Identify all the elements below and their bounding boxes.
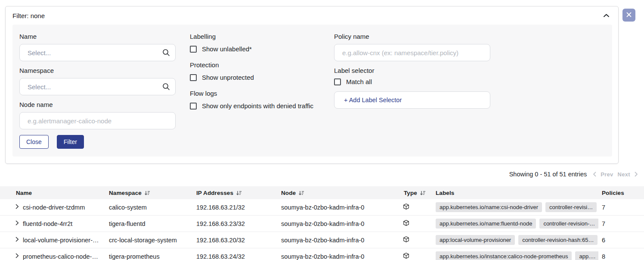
close-button[interactable]: Close <box>19 135 49 149</box>
filter-card: Filter: none Name Namespace <box>5 6 619 164</box>
name-field-label: Name <box>19 33 176 40</box>
name-select-input[interactable] <box>19 44 176 61</box>
table-row[interactable]: fluentd-node-4rr2t tigera-fluentd 192.16… <box>0 216 644 232</box>
label-tag: app.kubernetes.io/name:fluentd-node <box>436 219 536 229</box>
pod-type-icon <box>403 236 409 244</box>
endpoint-ip: 192.168.63.20/32 <box>193 237 278 244</box>
column-header-namespace[interactable]: Namespace <box>105 190 193 196</box>
pod-type-icon <box>403 252 409 260</box>
protection-section-label: Protection <box>190 61 332 69</box>
show-unlabelled-label: Show unlabelled* <box>202 45 252 53</box>
sort-icon <box>236 190 242 196</box>
show-unprotected-option: Show unprotected <box>190 74 332 81</box>
endpoint-namespace: tigera-fluentd <box>105 220 193 227</box>
flow-logs-section-label: Flow logs <box>190 90 332 97</box>
table-meta-row: Showing 0 - 51 of 51 entries Prev Next <box>0 171 638 178</box>
endpoint-policies-count: 7 <box>598 220 644 227</box>
column-header-policies: Policies <box>598 190 644 196</box>
endpoint-policies-count: 7 <box>598 204 644 211</box>
endpoint-name: fluentd-node-4rr2t <box>23 220 72 227</box>
label-tag: app:local-volume-provisioner <box>436 235 515 245</box>
column-header-name[interactable]: Name <box>0 190 105 196</box>
show-unprotected-checkbox[interactable] <box>190 74 197 81</box>
prev-page-arrow-icon[interactable] <box>593 172 596 177</box>
endpoint-ip: 192.168.63.23/32 <box>193 220 278 227</box>
expand-row-button[interactable] <box>15 220 19 227</box>
label-tag: controller-revisi… <box>545 202 597 212</box>
column-header-type[interactable]: Type <box>400 190 432 196</box>
column-header-node[interactable]: Node <box>278 190 400 196</box>
show-unprotected-label: Show unprotected <box>202 74 254 81</box>
sort-icon <box>420 190 426 196</box>
column-header-ip-addresses[interactable]: IP Addresses <box>193 190 278 196</box>
endpoint-policies-count: 6 <box>598 237 644 244</box>
label-tag: controller-revision-… <box>539 219 598 229</box>
show-unlabelled-checkbox[interactable] <box>190 46 197 53</box>
endpoint-node: soumya-bz-0zbo-kadm-infra-0 <box>278 237 400 244</box>
chevron-right-icon <box>15 204 19 210</box>
filter-title: Filter: none <box>12 12 45 19</box>
filter-card-header: Filter: none <box>6 6 618 25</box>
entries-summary: Showing 0 - 51 of 51 entries <box>509 171 587 178</box>
endpoint-ip: 192.168.63.21/32 <box>193 204 278 211</box>
labelling-section-label: Labelling <box>190 33 332 40</box>
label-tag: app.kubernetes.io/name:csi-node-driver <box>436 202 542 212</box>
table-header-row: Name Namespace IP Addresses Node Type La… <box>0 186 644 199</box>
node-field-label: Node name <box>19 101 176 108</box>
endpoint-namespace: crc-local-storage-system <box>105 237 193 244</box>
add-label-selector-button[interactable]: + Add Label Selector <box>334 91 490 109</box>
denied-traffic-label: Show only endpoints with denied traffic <box>202 102 313 110</box>
column-header-labels: Labels <box>432 190 598 196</box>
endpoint-name: csi-node-driver-tzdmm <box>23 204 85 211</box>
endpoint-ip: 192.168.63.24/32 <box>193 253 278 260</box>
label-tag: app.… <box>575 251 598 260</box>
denied-traffic-option: Show only endpoints with denied traffic <box>190 102 332 110</box>
next-page-button[interactable]: Next <box>618 171 630 178</box>
endpoint-namespace: tigera-prometheus <box>105 253 193 260</box>
match-all-option: Match all <box>334 78 490 85</box>
filter-column-middle: Labelling Show unlabelled* Protection Sh… <box>190 33 332 118</box>
endpoint-policies-count: 8 <box>598 253 644 260</box>
table-row[interactable]: csi-node-driver-tzdmm calico-system 192.… <box>0 199 644 216</box>
expand-row-button[interactable] <box>15 253 19 260</box>
collapse-filter-button[interactable] <box>603 13 610 19</box>
endpoint-node: soumya-bz-0zbo-kadm-infra-0 <box>278 253 400 260</box>
filter-column-right: Policy name Label selector Match all + A… <box>334 33 490 109</box>
label-tag: app.kubernetes.io/instance:calico-node-p… <box>436 251 572 260</box>
expand-row-button[interactable] <box>15 237 19 243</box>
chevron-right-icon <box>15 253 19 260</box>
chevron-right-icon <box>15 237 19 243</box>
namespace-select-input[interactable] <box>19 78 176 95</box>
endpoint-node: soumya-bz-0zbo-kadm-infra-0 <box>278 220 400 227</box>
pod-type-icon <box>403 219 409 228</box>
table-row[interactable]: prometheus-calico-node-… tigera-promethe… <box>0 248 644 260</box>
endpoint-name: local-volume-provisioner-… <box>23 237 99 244</box>
endpoint-name: prometheus-calico-node-… <box>23 253 98 260</box>
sort-icon <box>298 190 304 196</box>
match-all-checkbox[interactable] <box>334 78 341 85</box>
expand-row-button[interactable] <box>15 204 19 210</box>
prev-page-button[interactable]: Prev <box>601 171 613 178</box>
chevron-up-icon <box>603 13 610 19</box>
pod-type-icon <box>403 203 409 211</box>
endpoint-node: soumya-bz-0zbo-kadm-infra-0 <box>278 204 400 211</box>
node-name-input[interactable] <box>19 112 176 129</box>
policy-name-input[interactable] <box>334 44 490 61</box>
show-unlabelled-option: Show unlabelled* <box>190 45 332 53</box>
match-all-label: Match all <box>346 78 372 85</box>
next-page-arrow-icon[interactable] <box>635 172 638 177</box>
policy-field-label: Policy name <box>334 33 490 40</box>
namespace-field-label: Namespace <box>19 67 176 74</box>
denied-traffic-checkbox[interactable] <box>190 103 197 110</box>
table-row[interactable]: local-volume-provisioner-… crc-local-sto… <box>0 232 644 248</box>
filter-panel-body: Name Namespace Node name Close Filt <box>12 25 612 157</box>
filter-button[interactable]: Filter <box>57 135 84 149</box>
label-selector-label: Label selector <box>334 67 490 74</box>
close-icon <box>626 12 632 19</box>
sort-icon <box>144 190 150 196</box>
endpoints-table: Name Namespace IP Addresses Node Type La… <box>0 186 644 260</box>
label-tag: controller-revision-hash:65… <box>518 235 598 245</box>
dismiss-panel-button[interactable] <box>622 9 635 22</box>
filter-column-left: Name Namespace Node name Close Filt <box>19 33 176 149</box>
pagination: Prev Next <box>593 171 638 178</box>
